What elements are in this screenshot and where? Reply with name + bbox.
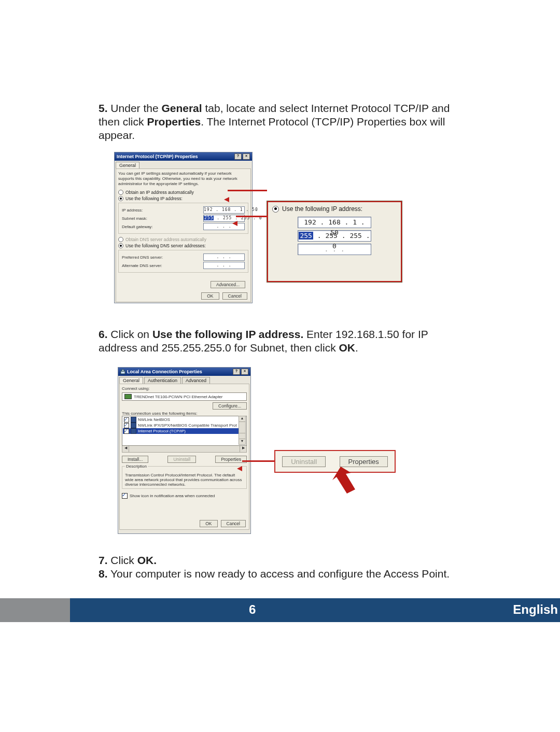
install-button[interactable]: Install... xyxy=(122,456,148,463)
titlebar-help-button[interactable]: ? xyxy=(234,153,242,160)
scroll-up-icon[interactable]: ▲ xyxy=(239,416,245,422)
red-arrow-icon xyxy=(224,197,229,202)
input-ip-address[interactable]: 192 . 168 . 1 . 50 xyxy=(203,206,245,214)
input-default-gateway[interactable]: . . . xyxy=(203,223,245,230)
red-connector-line xyxy=(236,216,267,217)
list-item-selected[interactable]: Internet Protocol (TCP/IP) xyxy=(123,428,246,434)
svg-rect-0 xyxy=(121,371,125,374)
radio-use-following-dns[interactable]: Use the following DNS server addresses: xyxy=(118,243,248,248)
list-item[interactable]: NWLink IPX/SPX/NetBIOS Compatible Transp… xyxy=(123,423,246,428)
scroll-down-icon[interactable]: ▼ xyxy=(239,439,245,444)
ok-button[interactable]: OK xyxy=(200,520,217,527)
scrollbar[interactable]: ▲ ▼ xyxy=(239,416,246,445)
adapter-field[interactable]: TRENDnet TE100-PCIWN PCI Ethernet Adapte… xyxy=(122,392,247,401)
step-6-text: 6. Click on Use the following IP address… xyxy=(99,328,430,355)
tab-general[interactable]: General xyxy=(116,162,139,168)
tab-row: General xyxy=(115,161,252,168)
label-ip-address: IP address: xyxy=(122,208,143,213)
dialog-lan-properties: Local Area Connection Properties ? × Gen… xyxy=(118,367,251,534)
language-label: English xyxy=(513,602,558,617)
titlebar-close-button[interactable]: × xyxy=(243,153,250,160)
titlebar-close-button[interactable]: × xyxy=(241,369,248,375)
page-number: 6 xyxy=(249,602,256,617)
radio-obtain-dns-auto: Obtain DNS server address automatically xyxy=(118,237,248,242)
tab-advanced[interactable]: Advanced xyxy=(182,377,210,384)
cancel-button[interactable]: Cancel xyxy=(222,292,247,300)
titlebar-help-button[interactable]: ? xyxy=(233,369,240,375)
uninstall-button: Uninstall xyxy=(167,456,196,463)
tab-row: General Authentication Advanced xyxy=(118,376,250,384)
footer-blue-bar: 6 English xyxy=(70,598,560,622)
red-arrow-icon xyxy=(237,466,242,471)
label-default-gateway: Default gateway: xyxy=(122,224,153,229)
input-default-gateway-zoom[interactable]: . . . xyxy=(298,244,371,255)
configure-button[interactable]: Configure... xyxy=(213,402,247,410)
input-alternate-dns[interactable]: . . . xyxy=(203,262,245,269)
dialog-tcpip-properties: Internet Protocol (TCP/IP) Properties ? … xyxy=(114,152,253,303)
uninstall-button-zoom: Uninstall xyxy=(282,456,326,467)
radio-icon xyxy=(118,190,123,195)
checkbox-icon[interactable]: ✓ xyxy=(122,493,128,499)
checkbox-icon[interactable] xyxy=(124,423,129,428)
svg-rect-1 xyxy=(122,370,124,371)
label-alternate-dns: Alternate DNS server: xyxy=(122,263,162,268)
red-connector-line xyxy=(228,190,267,191)
radio-icon xyxy=(272,206,279,213)
ip-fields-group: IP address: 192 . 168 . 1 . 50 Subnet ma… xyxy=(118,203,248,234)
input-subnet-mask-zoom[interactable]: 255 . 255 . 255 . 0 xyxy=(298,230,371,242)
checkbox-icon[interactable] xyxy=(124,429,129,434)
radio-use-following-ip-zoom[interactable]: Use the following IP address: xyxy=(272,205,397,213)
title-text: Local Area Connection Properties xyxy=(127,369,202,374)
ok-button[interactable]: OK xyxy=(201,292,219,300)
description-text: Transmission Control Protocol/Internet P… xyxy=(125,473,244,487)
dns-fields-group: Preferred DNS server: . . . Alternate DN… xyxy=(118,250,248,273)
svg-marker-2 xyxy=(332,467,355,494)
protocol-icon xyxy=(131,428,136,434)
radio-icon xyxy=(118,196,123,201)
titlebar: Internet Protocol (TCP/IP) Properties ? … xyxy=(115,152,252,161)
red-arrow-icon xyxy=(232,221,237,226)
label-subnet-mask: Subnet mask: xyxy=(122,216,147,221)
step-7-text: 7. Click OK. xyxy=(99,554,461,567)
radio-icon xyxy=(118,237,123,242)
label-connect-using: Connect using: xyxy=(122,386,247,391)
cancel-button[interactable]: Cancel xyxy=(221,520,246,527)
protocol-icon xyxy=(131,423,136,428)
description-group: Description Transmission Control Protoco… xyxy=(122,466,247,489)
protocol-icon xyxy=(131,417,136,423)
footer-grey-block xyxy=(0,598,70,622)
input-preferred-dns[interactable]: . . . xyxy=(203,254,245,261)
advanced-button[interactable]: Advanced... xyxy=(211,281,245,288)
components-listbox[interactable]: NWLink NetBIOS NWLink IPX/SPX/NetBIOS Co… xyxy=(122,416,247,446)
step-5-text: 5. Under the General tab, locate and sel… xyxy=(99,102,461,142)
zoom-ip-settings: Use the following IP address: 192 . 168 … xyxy=(267,201,402,282)
step-8-text: 8. Your computer is now ready to access … xyxy=(99,567,461,581)
nic-icon xyxy=(124,394,132,399)
label-preferred-dns: Preferred DNS server: xyxy=(122,255,163,260)
titlebar: Local Area Connection Properties ? × xyxy=(118,368,250,376)
show-icon-checkbox-row[interactable]: ✓ Show icon in notification area when co… xyxy=(122,493,247,499)
radio-icon xyxy=(118,243,123,248)
red-connector-line xyxy=(242,460,274,462)
red-arrow-icon xyxy=(303,467,355,498)
checkbox-icon[interactable] xyxy=(124,417,129,423)
network-icon xyxy=(120,369,125,374)
explanation-text: You can get IP settings assigned automat… xyxy=(118,171,248,187)
tab-authentication[interactable]: Authentication xyxy=(144,377,181,384)
label-items: This connection uses the following items… xyxy=(122,411,247,416)
input-ip-address-zoom[interactable]: 192 . 168 . 1 . 50 xyxy=(298,217,371,228)
properties-button-zoom[interactable]: Properties xyxy=(340,456,388,467)
scroll-left-icon[interactable]: ◀ xyxy=(122,446,129,452)
title-text: Internet Protocol (TCP/IP) Properties xyxy=(117,154,198,159)
page-footer: 6 English xyxy=(0,598,560,622)
list-item[interactable]: NWLink NetBIOS xyxy=(123,417,246,423)
scroll-right-icon[interactable]: ▶ xyxy=(240,446,246,452)
tab-general[interactable]: General xyxy=(119,377,143,384)
